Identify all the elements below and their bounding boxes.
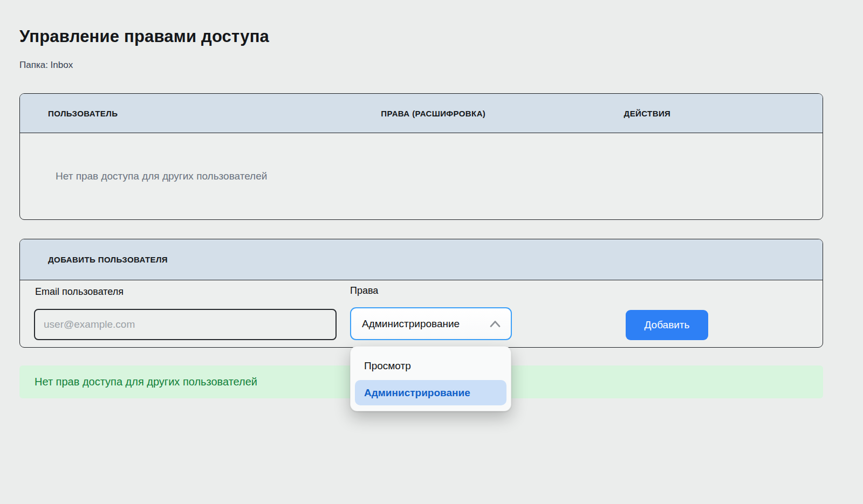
header-cell-user: ПОЛЬЗОВАТЕЛЬ xyxy=(20,109,373,118)
rights-label: Права xyxy=(350,285,378,296)
page-title: Управление правами доступа xyxy=(19,27,269,46)
header-cell-rights: ПРАВА (РАСШИФРОВКА) xyxy=(373,109,494,118)
rights-select[interactable]: Администрирование xyxy=(350,307,512,340)
permissions-table-header: ПОЛЬЗОВАТЕЛЬ ПРАВА (РАСШИФРОВКА) ДЕЙСТВИ… xyxy=(20,94,823,133)
rights-dropdown: Просмотр Администрирование xyxy=(350,346,511,411)
add-button[interactable]: Добавить xyxy=(626,310,708,340)
dropdown-option-view[interactable]: Просмотр xyxy=(355,352,506,380)
folder-breadcrumb: Папка: Inbox xyxy=(19,60,73,71)
header-cell-actions: ДЕЙСТВИЯ xyxy=(494,109,823,118)
rights-select-value: Администрирование xyxy=(362,318,460,330)
chevron-up-icon xyxy=(489,320,501,328)
dropdown-option-admin[interactable]: Администрирование xyxy=(355,380,506,405)
add-user-form: Email пользователя Права Администрирован… xyxy=(20,280,823,347)
table-empty-message: Нет прав доступа для других пользователе… xyxy=(20,133,823,219)
email-input[interactable] xyxy=(34,309,337,340)
email-label: Email пользователя xyxy=(35,286,124,298)
add-user-header: ДОБАВИТЬ ПОЛЬЗОВАТЕЛЯ xyxy=(20,239,823,280)
permissions-panel: ПОЛЬЗОВАТЕЛЬ ПРАВА (РАСШИФРОВКА) ДЕЙСТВИ… xyxy=(19,93,823,220)
add-user-panel: ДОБАВИТЬ ПОЛЬЗОВАТЕЛЯ Email пользователя… xyxy=(19,239,823,348)
